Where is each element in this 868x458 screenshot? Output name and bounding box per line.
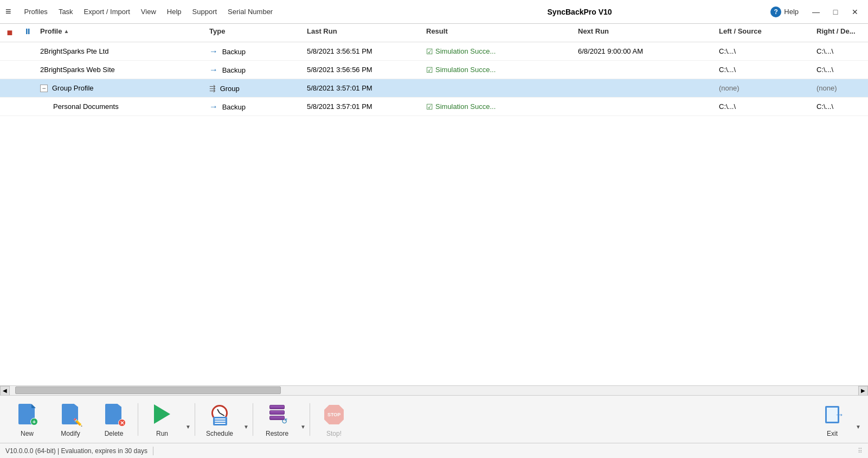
scroll-thumb[interactable] [15, 386, 281, 394]
row-result: ☑ Simulation Succe... [426, 66, 578, 74]
table-row[interactable]: 2BrightSparks Pte Ltd → Backup 5/8/2021 … [0, 42, 868, 61]
header-profile[interactable]: Profile ▲ [36, 27, 209, 38]
table-row[interactable]: Personal Documents → Backup 5/8/2021 3:5… [0, 98, 868, 116]
row-last-run: 5/8/2021 3:57:01 PM [307, 102, 426, 111]
menu-task[interactable]: Task [54, 5, 78, 18]
maximize-button[interactable]: □ [828, 4, 843, 20]
result-check-icon: ☑ [426, 66, 433, 74]
row-profile-name: Personal Documents [36, 102, 209, 111]
row-left-source: C:\...\ [719, 102, 816, 111]
header-type[interactable]: Type [209, 27, 307, 38]
header-pause: ⏸ [20, 27, 36, 38]
run-button-group: Run ▼ [140, 401, 192, 440]
table-row[interactable]: − Group Profile ⇶ Group 5/8/2021 3:57:01… [0, 79, 868, 98]
delete-button-label: Delete [105, 430, 124, 437]
exit-button[interactable]: → Exit [811, 401, 854, 440]
row-profile-name: 2BrightSparks Web Site [36, 66, 209, 74]
new-button-label: New [21, 430, 34, 437]
status-divider [153, 447, 153, 455]
row-profile-label: 2BrightSparks Pte Ltd [40, 47, 108, 55]
row-profile-name: − Group Profile [36, 84, 209, 92]
row-right-dest: (none) [816, 84, 868, 92]
restore-dropdown-arrow[interactable]: ▼ [299, 401, 307, 440]
menu-bar: Profiles Task Export / Import View Help … [20, 5, 393, 18]
toolbar: + New ✏️ Modify ✕ Delete R [0, 395, 868, 443]
header-right-dest[interactable]: Right / De... [816, 27, 868, 38]
delete-icon: ✕ [102, 403, 126, 427]
scroll-right-button[interactable]: ▶ [858, 386, 868, 396]
new-button[interactable]: + New [5, 401, 49, 440]
menu-view[interactable]: View [137, 5, 160, 18]
new-icon: + [15, 403, 39, 427]
expand-collapse-button[interactable]: − [40, 85, 48, 92]
table-body: 2BrightSparks Pte Ltd → Backup 5/8/2021 … [0, 42, 868, 385]
schedule-button-group: Schedule ▼ [197, 401, 250, 440]
close-button[interactable]: ✕ [847, 4, 863, 20]
row-profile-name: 2BrightSparks Pte Ltd [36, 47, 209, 55]
header-result[interactable]: Result [426, 27, 578, 38]
modify-button[interactable]: ✏️ Modify [49, 401, 92, 440]
row-profile-label: Group Profile [52, 84, 94, 92]
resize-grip-icon: ⠿ [858, 447, 863, 455]
window-controls: — □ ✕ [808, 4, 863, 20]
menu-help[interactable]: Help [163, 5, 186, 18]
schedule-icon [208, 403, 232, 427]
type-group-icon: ⇶ [209, 84, 216, 93]
delete-button[interactable]: ✕ Delete [92, 401, 136, 440]
profiles-table: ■ ⏸ Profile ▲ Type Last Run Result Next … [0, 24, 868, 385]
stop-button[interactable]: STOP Stop! [312, 401, 356, 440]
restore-button-label: Restore [266, 430, 288, 437]
menu-serial-number[interactable]: Serial Number [223, 5, 277, 18]
menu-hamburger-icon[interactable]: ≡ [5, 6, 11, 17]
sort-asc-icon: ▲ [63, 28, 69, 34]
modify-icon: ✏️ [59, 403, 82, 427]
help-button[interactable]: ? Help [766, 4, 803, 20]
exit-icon: → [820, 403, 844, 427]
header-check: ■ [0, 27, 20, 38]
restore-button[interactable]: ↺ Restore [255, 401, 299, 440]
row-right-dest: C:\...\ [816, 66, 868, 74]
help-circle-icon: ? [770, 7, 781, 17]
horizontal-scrollbar[interactable]: ◀ ▶ [0, 385, 868, 395]
minimize-button[interactable]: — [808, 4, 824, 20]
row-type: → Backup [209, 47, 307, 56]
run-dropdown-arrow[interactable]: ▼ [184, 401, 192, 440]
menu-export-import[interactable]: Export / Import [80, 5, 134, 18]
app-title: SyncBackPro V10 [393, 8, 766, 16]
toolbar-separator [253, 403, 253, 436]
scroll-left-button[interactable]: ◀ [0, 386, 10, 396]
row-right-dest: C:\...\ [816, 47, 868, 55]
menu-support[interactable]: Support [188, 5, 222, 18]
menu-profiles[interactable]: Profiles [20, 5, 52, 18]
row-left-source: C:\...\ [719, 66, 816, 74]
toolbar-separator [195, 403, 195, 436]
exit-dropdown-arrow[interactable]: ▼ [854, 401, 863, 440]
exit-button-group: → Exit ▼ [811, 401, 863, 440]
header-left-source[interactable]: Left / Source [719, 27, 816, 38]
schedule-button-label: Schedule [206, 430, 233, 437]
type-arrow-icon: → [209, 65, 218, 74]
row-profile-label: 2BrightSparks Web Site [40, 66, 115, 74]
header-next-run[interactable]: Next Run [578, 27, 719, 38]
row-type: → Backup [209, 102, 307, 112]
row-type: ⇶ Group [209, 84, 307, 93]
titlebar: ≡ Profiles Task Export / Import View Hel… [0, 0, 868, 24]
scroll-track[interactable] [10, 386, 858, 396]
type-arrow-icon: → [209, 102, 218, 111]
schedule-dropdown-arrow[interactable]: ▼ [242, 401, 250, 440]
chevron-down-icon: ▼ [300, 424, 306, 430]
row-result: ☑ Simulation Succe... [426, 102, 578, 111]
header-last-run[interactable]: Last Run [307, 27, 426, 38]
stop-button-label: Stop! [326, 430, 342, 437]
result-check-icon: ☑ [426, 47, 433, 56]
result-check-icon: ☑ [426, 102, 433, 111]
schedule-button[interactable]: Schedule [197, 401, 242, 440]
run-button-label: Run [156, 430, 168, 437]
toolbar-separator [138, 403, 138, 436]
row-profile-label: Personal Documents [53, 102, 119, 111]
help-label: Help [784, 8, 799, 16]
table-row[interactable]: 2BrightSparks Web Site → Backup 5/8/2021… [0, 61, 868, 79]
row-next-run: 6/8/2021 9:00:00 AM [578, 47, 719, 55]
toolbar-separator [310, 403, 310, 436]
run-button[interactable]: Run [140, 401, 184, 440]
